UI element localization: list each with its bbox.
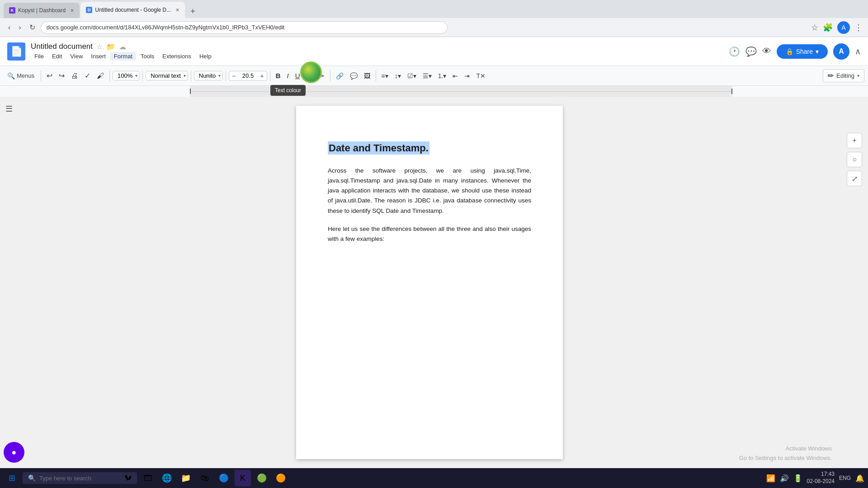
back-button[interactable]: ‹ bbox=[5, 22, 13, 33]
style-control[interactable]: Normal text ▾ bbox=[146, 71, 188, 80]
text-color-area[interactable]: A bbox=[304, 70, 316, 81]
redo-button[interactable]: ↪ bbox=[56, 70, 67, 82]
paint-format-button[interactable]: 🖌 bbox=[94, 70, 107, 82]
taskbar-search[interactable]: 🔍 🐿 bbox=[23, 472, 137, 484]
font-size-control[interactable]: − + bbox=[229, 71, 267, 81]
address-bar[interactable] bbox=[41, 21, 448, 34]
pencil-icon: ✏ bbox=[828, 71, 834, 80]
notifications-icon[interactable]: 🔔 bbox=[855, 474, 864, 483]
cloud-icon[interactable]: ☁ bbox=[119, 42, 126, 51]
align-button[interactable]: ≡▾ bbox=[379, 70, 391, 81]
print-button[interactable]: 🖨 bbox=[68, 70, 81, 82]
comment-button[interactable]: 💬 bbox=[347, 70, 360, 81]
search-button[interactable]: 🔍 Menus bbox=[4, 70, 38, 81]
lock-icon: 🔒 bbox=[786, 48, 793, 55]
menu-insert[interactable]: Insert bbox=[87, 52, 109, 61]
menu-tools[interactable]: Tools bbox=[137, 52, 158, 61]
view-mode-icon[interactable]: 👁 bbox=[762, 46, 771, 56]
search-icon: 🔍 bbox=[7, 72, 15, 80]
separator-6 bbox=[270, 70, 270, 81]
font-label: Nunito bbox=[196, 71, 219, 80]
bold-button[interactable]: B bbox=[273, 70, 283, 81]
taskbar-kopyst-icon[interactable]: K bbox=[235, 470, 251, 486]
text-color-circle[interactable] bbox=[300, 61, 322, 83]
tab-kopyst-close[interactable]: ✕ bbox=[70, 8, 74, 14]
chat-icon[interactable]: 💬 bbox=[745, 46, 757, 57]
new-tab-button[interactable]: + bbox=[186, 5, 200, 18]
ruler-right-indent[interactable] bbox=[731, 89, 732, 94]
editing-mode-button[interactable]: ✏ Editing ▾ bbox=[823, 69, 864, 82]
menu-file[interactable]: File bbox=[31, 52, 47, 61]
purple-circle[interactable]: ● bbox=[4, 442, 24, 463]
folder-icon[interactable]: 📁 bbox=[106, 42, 115, 51]
settings-icon[interactable]: ⋮ bbox=[854, 23, 863, 33]
style-label: Normal text bbox=[148, 71, 183, 80]
taskbar-app3-icon[interactable]: 🟠 bbox=[273, 470, 289, 486]
volume-icon[interactable]: 🔊 bbox=[780, 474, 789, 483]
user-avatar[interactable]: A bbox=[833, 43, 849, 60]
undo-button[interactable]: ↩ bbox=[44, 70, 55, 82]
zoom-label: 100% bbox=[115, 71, 135, 80]
reload-button[interactable]: ↻ bbox=[27, 21, 38, 33]
menu-view[interactable]: View bbox=[66, 52, 86, 61]
italic-button[interactable]: I bbox=[284, 70, 292, 81]
tab-kopyst[interactable]: K Kopyst | Dashboard ✕ bbox=[4, 3, 80, 18]
font-control[interactable]: Nunito ▾ bbox=[194, 71, 223, 80]
fit-page-button[interactable]: ⤢ bbox=[847, 171, 862, 186]
docs-favicon: D bbox=[86, 7, 92, 13]
tab-docs-close[interactable]: ✕ bbox=[175, 7, 179, 13]
bookmark-icon[interactable]: ☆ bbox=[811, 23, 818, 33]
list-button[interactable]: ☰▾ bbox=[420, 70, 434, 81]
outline-icon[interactable]: ☰ bbox=[5, 104, 13, 114]
font-size-increase[interactable]: + bbox=[258, 71, 267, 80]
taskbar-task-view[interactable]: 🗔 bbox=[140, 470, 156, 486]
line-spacing-button[interactable]: ↕▾ bbox=[392, 70, 404, 81]
menu-extensions[interactable]: Extensions bbox=[159, 52, 195, 61]
indent-more-button[interactable]: ⇥ bbox=[462, 70, 472, 81]
extensions-icon[interactable]: 🧩 bbox=[823, 23, 833, 33]
zoom-in-button[interactable]: + bbox=[847, 133, 862, 148]
windows-start-button[interactable]: ⊞ bbox=[4, 470, 20, 486]
share-button[interactable]: 🔒 Share ▾ bbox=[777, 44, 828, 59]
history-icon[interactable]: 🕐 bbox=[729, 46, 740, 57]
document-heading-container: Date and Timestamp. bbox=[328, 142, 531, 155]
docs-logo: 📄 bbox=[7, 42, 25, 61]
font-size-input[interactable] bbox=[239, 72, 258, 79]
taskbar-clock[interactable]: 17:43 02-08-2024 bbox=[807, 471, 835, 485]
numbered-list-button[interactable]: 1.▾ bbox=[435, 70, 449, 81]
windows-icon: ⊞ bbox=[9, 473, 15, 483]
zoom-control[interactable]: 100% ▾ bbox=[113, 71, 140, 80]
spellcheck-button[interactable]: ✓ bbox=[82, 70, 93, 82]
zoom-reset-button[interactable]: ○ bbox=[847, 152, 862, 167]
ruler-left-margin bbox=[0, 86, 190, 97]
image-button[interactable]: 🖼 bbox=[361, 70, 373, 81]
taskbar-store-icon[interactable]: 🛍 bbox=[197, 470, 213, 486]
menu-format[interactable]: Format bbox=[110, 52, 136, 61]
star-icon[interactable]: ☆ bbox=[96, 42, 103, 51]
menu-edit[interactable]: Edit bbox=[48, 52, 66, 61]
checklist-button[interactable]: ☑▾ bbox=[405, 70, 419, 81]
right-sidebar: + ○ ⤢ bbox=[841, 97, 868, 468]
ruler-left-indent[interactable] bbox=[190, 89, 191, 94]
menu-help[interactable]: Help bbox=[196, 52, 215, 61]
collapse-icon[interactable]: ∧ bbox=[855, 47, 861, 56]
font-size-decrease[interactable]: − bbox=[229, 71, 238, 80]
language-indicator[interactable]: ENG bbox=[839, 475, 851, 481]
forward-button[interactable]: › bbox=[16, 22, 24, 33]
clear-formatting-button[interactable]: T✕ bbox=[473, 70, 488, 81]
taskbar-search-input[interactable] bbox=[39, 475, 121, 482]
taskbar-file-explorer-icon[interactable]: 📁 bbox=[178, 470, 194, 486]
network-icon[interactable]: 📶 bbox=[766, 474, 775, 483]
left-sidebar: ☰ bbox=[0, 97, 18, 468]
taskbar-chrome-icon[interactable]: 🔵 bbox=[216, 470, 232, 486]
document-title[interactable]: Untitled document bbox=[31, 42, 93, 51]
battery-icon[interactable]: 🔋 bbox=[793, 474, 802, 483]
tab-google-docs[interactable]: D Untitled document - Google D... ✕ bbox=[80, 2, 185, 18]
taskbar-app2-icon[interactable]: 🟢 bbox=[254, 470, 270, 486]
taskbar-right: 📶 🔊 🔋 17:43 02-08-2024 ENG 🔔 bbox=[766, 471, 864, 485]
profile-icon[interactable]: A bbox=[837, 21, 850, 34]
indent-less-button[interactable]: ⇤ bbox=[450, 70, 461, 81]
document-paragraph-1: Across the software projects, we are usi… bbox=[328, 166, 531, 216]
taskbar-edge-icon[interactable]: 🌐 bbox=[159, 470, 175, 486]
link-button[interactable]: 🔗 bbox=[333, 70, 346, 81]
